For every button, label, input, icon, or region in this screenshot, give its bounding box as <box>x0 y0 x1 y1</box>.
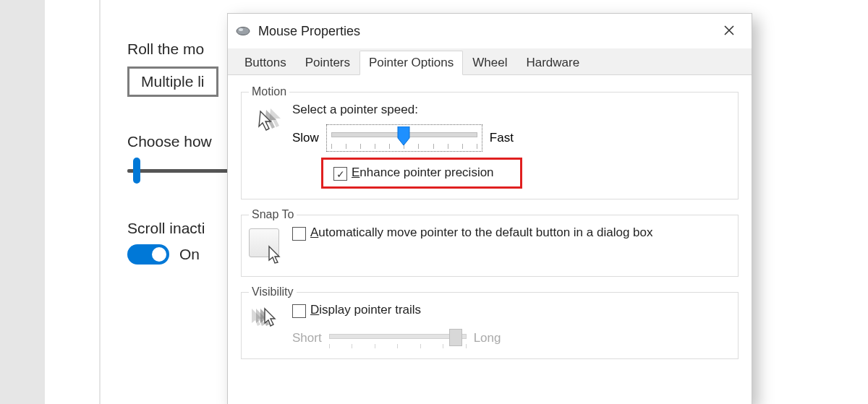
tab-hardware-label: Hardware <box>526 56 579 69</box>
visibility-group: Visibility Display pointer trails <box>241 285 739 359</box>
toggle-pill[interactable] <box>127 244 169 265</box>
dialog-titlebar[interactable]: Mouse Properties <box>228 14 752 48</box>
tab-pointers[interactable]: Pointers <box>296 51 359 74</box>
svg-point-0 <box>237 27 250 35</box>
tab-wheel-label: Wheel <box>472 56 507 69</box>
motion-pointer-icon <box>249 103 292 143</box>
close-button[interactable] <box>714 17 744 45</box>
roll-mouse-value: Multiple li <box>141 73 205 90</box>
tab-buttons-label: Buttons <box>244 56 286 69</box>
enhance-precision-highlight: ✓ Enhance pointer precision <box>321 158 522 189</box>
snap-to-box <box>292 227 306 241</box>
pointer-speed-label: Select a pointer speed: <box>292 103 731 117</box>
toggle-dot <box>152 247 166 262</box>
lines-slider-knob[interactable] <box>133 158 140 184</box>
left-gutter <box>0 0 45 404</box>
enhance-precision-label: Enhance pointer precision <box>352 166 494 180</box>
toggle-state-label: On <box>179 246 200 263</box>
visibility-legend: Visibility <box>249 285 297 298</box>
tab-pointer-options[interactable]: Pointer Options <box>359 51 463 75</box>
mouse-icon <box>235 26 251 36</box>
display-trails-checkbox[interactable]: Display pointer trails <box>292 303 421 318</box>
enhance-precision-checkbox[interactable]: ✓ Enhance pointer precision <box>333 166 494 181</box>
tab-buttons[interactable]: Buttons <box>235 51 296 74</box>
snap-to-legend: Snap To <box>249 208 297 221</box>
trails-thumb <box>449 329 462 346</box>
scroll-inactive-toggle[interactable]: On <box>127 244 200 265</box>
tab-pointer-options-label: Pointer Options <box>369 56 454 69</box>
tab-strip: Buttons Pointers Pointer Options Wheel H… <box>228 48 752 75</box>
snap-to-icon <box>249 225 292 266</box>
dialog-body: Motion Select a pointer speed: Slow <box>228 75 752 378</box>
snap-to-group: Snap To Automatically move pointer to th… <box>241 208 739 277</box>
inner-divider <box>99 0 101 404</box>
pointer-speed-label-text: Select a pointer speed: <box>292 103 418 116</box>
trails-short-label: Short <box>292 331 322 345</box>
speed-slow-label: Slow <box>292 131 319 145</box>
snap-to-checkbox[interactable]: Automatically move pointer to the defaul… <box>292 225 652 241</box>
trails-ticks <box>329 344 467 348</box>
tab-wheel[interactable]: Wheel <box>463 51 516 74</box>
tab-hardware[interactable]: Hardware <box>516 51 589 74</box>
motion-legend: Motion <box>249 85 289 98</box>
roll-mouse-dropdown[interactable]: Multiple li <box>127 66 218 97</box>
mouse-properties-dialog: Mouse Properties Buttons Pointers Pointe… <box>227 13 752 404</box>
speed-fast-label: Fast <box>490 131 514 145</box>
tab-pointers-label: Pointers <box>305 56 350 69</box>
svg-point-1 <box>239 28 243 31</box>
motion-group: Motion Select a pointer speed: Slow <box>241 85 739 199</box>
enhance-precision-box: ✓ <box>333 167 347 181</box>
display-trails-label: Display pointer trails <box>310 303 421 317</box>
trails-long-label: Long <box>474 331 501 345</box>
trails-length-slider <box>329 328 467 348</box>
close-icon <box>723 22 735 40</box>
dialog-title: Mouse Properties <box>258 24 714 39</box>
pointer-trails-icon <box>249 303 292 343</box>
trails-track <box>329 334 467 339</box>
pointer-speed-thumb[interactable] <box>396 126 411 147</box>
pointer-speed-slider[interactable] <box>326 124 482 152</box>
snap-to-label: Automatically move pointer to the defaul… <box>310 225 652 240</box>
display-trails-box <box>292 304 306 318</box>
check-icon: ✓ <box>336 169 345 179</box>
